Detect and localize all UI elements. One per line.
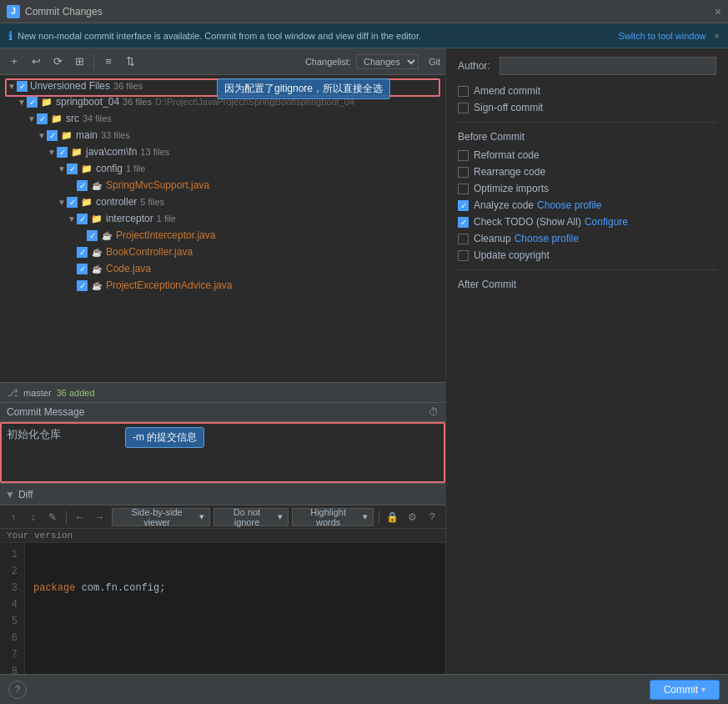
arrow-config: ▼ (57, 163, 67, 173)
info-icon: ℹ (8, 29, 13, 43)
help-button[interactable]: ? (8, 681, 27, 699)
highlight-words-dropdown[interactable]: Highlight words ▾ (292, 508, 374, 526)
tree-item-controller[interactable]: ▼ ✓ 📁 controller 5 files (0, 194, 445, 210)
commit-message-input[interactable]: 初始化仓库 (0, 422, 445, 480)
analyze-checkbox[interactable]: ✓ (458, 200, 469, 211)
cleanup-checkbox[interactable] (458, 234, 469, 244)
analyze-profile-link[interactable]: Choose profile (537, 199, 601, 211)
tree-item-bookcontroller[interactable]: ▶ ✓ ☕ BookController.java (0, 244, 445, 260)
add-button[interactable]: + (5, 53, 23, 71)
diff-collapse-arrow[interactable]: ▼ (5, 489, 15, 500)
cleanup-label: Cleanup (474, 233, 511, 244)
file-tree[interactable]: ▼ ✓ Unversioned Files 36 files 因为配置了giti… (0, 75, 445, 382)
rearrange-checkbox[interactable] (458, 167, 469, 178)
checkbox-controller[interactable]: ✓ (67, 197, 78, 208)
cleanup-profile-link[interactable]: Choose profile (515, 233, 579, 244)
tree-item-main[interactable]: ▼ ✓ 📁 main 33 files (0, 127, 445, 143)
highlight-label: Highlight words (298, 507, 359, 527)
side-by-side-viewer-dropdown[interactable]: Side-by-side viewer ▾ (112, 508, 211, 526)
tree-item-code[interactable]: ▶ ✓ ☕ Code.java (0, 260, 445, 277)
checkbox-springmvc[interactable]: ✓ (77, 180, 88, 191)
undo-button[interactable]: ↩ (27, 53, 45, 71)
status-bar: ⎇ master 36 added (0, 382, 445, 402)
diff-next-btn[interactable]: ↓ (25, 509, 42, 525)
commit-button[interactable]: Commit ▾ (650, 680, 720, 700)
checkbox-bookcontroller[interactable]: ✓ (77, 247, 88, 258)
commit-history-icon[interactable]: ⏱ (429, 406, 439, 418)
tree-item-unversioned[interactable]: ▼ ✓ Unversioned Files 36 files (0, 78, 445, 93)
tree-item-springboot04[interactable]: ▼ ✓ 📁 springboot_04 36 files D:\Project\… (0, 93, 445, 110)
tree-item-javacfn[interactable]: ▼ ✓ 📁 java\com\fn 13 files (0, 143, 445, 160)
checkbox-config[interactable]: ✓ (67, 163, 78, 174)
ignore-whitespace-dropdown[interactable]: Do not ignore ▾ (213, 508, 288, 526)
title-bar: J Commit Changes × (0, 0, 728, 23)
signoff-checkbox[interactable] (458, 103, 469, 113)
info-bar-close[interactable]: × (715, 31, 720, 41)
checkbox-unversioned[interactable]: ✓ (17, 81, 28, 92)
folder-icon-main: 📁 (60, 128, 73, 142)
amend-checkbox[interactable] (458, 86, 469, 97)
label-config: config (96, 163, 123, 174)
checkbox-main[interactable]: ✓ (47, 130, 58, 141)
author-input[interactable] (500, 57, 716, 75)
arrow-springboot04: ▼ (17, 97, 27, 107)
diff-help-btn[interactable]: ? (424, 509, 440, 525)
bottom-bar: ? Commit ▾ (0, 674, 728, 704)
count-interceptor-folder: 1 file (157, 214, 176, 224)
label-springboot04: springboot_04 (56, 96, 119, 108)
git-label: Git (429, 57, 440, 67)
java-icon-projectexception: ☕ (90, 279, 103, 292)
diff-edit-btn[interactable]: ✎ (45, 509, 62, 525)
group-button[interactable]: ⊞ (70, 53, 88, 71)
copyright-checkbox[interactable] (458, 250, 469, 261)
tree-item-src[interactable]: ▼ ✓ 📁 src 34 files (0, 110, 445, 127)
diff-settings-btn[interactable]: ⚙ (404, 509, 420, 525)
diff-prev-btn[interactable]: ↑ (5, 509, 22, 525)
path-springboot04: D:\Project\JavaProject\SpringBoot\spring… (155, 97, 354, 107)
amend-commit-row: Amend commit (458, 85, 716, 97)
info-message: New non-modal commit interface is availa… (18, 31, 421, 41)
folder-icon-springboot04: 📁 (40, 95, 53, 108)
checktodo-row: ✓ Check TODO (Show All) Configure (458, 216, 716, 228)
app-icon: J (7, 5, 20, 18)
checkbox-src[interactable]: ✓ (37, 113, 48, 124)
close-button[interactable]: × (715, 5, 721, 18)
arrow-javacfn: ▼ (47, 147, 57, 157)
tree-item-interceptor-folder[interactable]: ▼ ✓ 📁 interceptor 1 file (0, 210, 445, 227)
checkbox-code[interactable]: ✓ (77, 264, 88, 274)
commit-dropdown-arrow[interactable]: ▾ (701, 685, 705, 694)
author-row: Author: (458, 57, 716, 75)
optimize-row: Optimize imports (458, 183, 716, 194)
sort-button[interactable]: ≡ (99, 53, 118, 71)
signoff-commit-row: Sign-off commit (458, 102, 716, 113)
rearrange-row: Rearrange code (458, 166, 716, 178)
branch-icon: ⎇ (7, 387, 18, 399)
tree-item-springmvc[interactable]: ▶ ✓ ☕ SpringMvcSupport.java (0, 177, 445, 194)
tree-item-config[interactable]: ▼ ✓ 📁 config 1 file (0, 160, 445, 177)
cleanup-row: Cleanup Choose profile (458, 233, 716, 244)
diff-label: Diff (18, 489, 33, 500)
tree-item-projectexception[interactable]: ▶ ✓ ☕ ProjectExceptionAdvice.java (0, 277, 445, 294)
added-count: 36 added (57, 388, 95, 398)
checkbox-springboot04[interactable]: ✓ (27, 97, 38, 108)
expand-button[interactable]: ⇅ (121, 53, 139, 71)
diff-back-btn[interactable]: ← (72, 509, 88, 525)
changelist-select[interactable]: Changes (356, 54, 419, 69)
diff-forward-btn[interactable]: → (92, 509, 108, 525)
checktodo-checkbox[interactable]: ✓ (458, 217, 469, 228)
checkbox-projectinterceptor[interactable]: ✓ (87, 230, 98, 241)
optimize-checkbox[interactable] (458, 184, 469, 194)
folder-icon-src: 📁 (50, 112, 63, 125)
commit-message-area: Commit Message ⏱ 初始化仓库 -m 的提交信息 (0, 402, 445, 483)
tree-item-projectinterceptor[interactable]: ▶ ✓ ☕ ProjectInterceptor.java (0, 227, 445, 244)
count-unversioned: 36 files (113, 81, 143, 91)
reformat-checkbox[interactable] (458, 150, 469, 161)
switch-to-tool-window-link[interactable]: Switch to tool window (618, 31, 705, 41)
checktodo-configure-link[interactable]: Configure (585, 216, 628, 228)
checkbox-javacfn[interactable]: ✓ (57, 147, 68, 158)
diff-lock-btn[interactable]: 🔒 (384, 509, 401, 525)
checkbox-projectexception[interactable]: ✓ (77, 280, 88, 291)
refresh-button[interactable]: ⟳ (48, 53, 67, 71)
java-icon-projectinterceptor: ☕ (100, 229, 113, 242)
checkbox-interceptor-folder[interactable]: ✓ (77, 214, 88, 224)
